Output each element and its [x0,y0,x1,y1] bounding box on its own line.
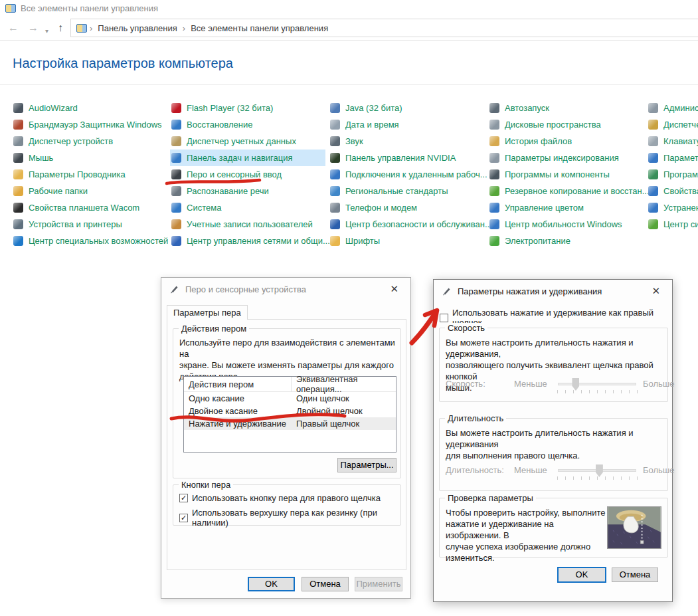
cp-item-color-management[interactable]: Управление цветом [488,199,644,216]
keyboard-icon [648,136,658,146]
hold-dialog-cancel-button[interactable]: Отмена [612,567,658,582]
hold-dialog-close-icon[interactable]: ✕ [648,284,664,298]
cp-item-label: Подключения к удаленным рабоч... [345,169,487,179]
cp-item-taskbar-navigation[interactable]: Панель задач и навигация [170,150,325,166]
cp-item-recovery[interactable]: Восстановление [170,116,325,133]
cp-item-windows-firewall[interactable]: Брандмауэр Защитника Windows [12,116,167,133]
cp-item-programs-features[interactable]: Программы и компоненты [488,166,644,183]
cp-item-label: Свойства [663,186,698,196]
sound-icon [330,136,340,146]
checkbox-label: Использовать кнопку пера для правого щел… [192,493,381,503]
cp-item-ease-of-access[interactable]: Центр специальных возможностей [12,233,167,249]
cp-item-network-sharing[interactable]: Центр управления сетями и общи... [170,233,325,249]
checkbox-box: ✓ [179,494,188,502]
speed-slider-ticks [557,390,638,393]
cp-item-explorer-options[interactable]: Параметры Проводника [12,166,167,183]
up-arrow-icon[interactable]: ↑ [58,21,63,35]
cp-item-storage-spaces[interactable]: Дисковые пространства [488,116,644,133]
cp-item-troubleshooting[interactable]: Устранени [647,199,698,216]
press-hold-test-image[interactable] [607,506,661,549]
window-titlebar[interactable]: Все элементы панели управления [0,0,698,16]
cp-item-phone-modem[interactable]: Телефон и модем [329,199,484,216]
cp-item-file-history[interactable]: История файлов [488,133,644,150]
cp-item-label: Учетные записи пользователей [187,219,313,229]
pen-checkbox-1[interactable]: ✓Использовать верхушку пера как резинку … [179,508,400,528]
cp-item-label: Диспетчер устройств [29,136,113,146]
pen-actions-table: Действия перомЭквивалентная операция...О… [183,376,396,453]
cp-item-sync-center[interactable]: Центр син [647,216,698,233]
cp-item-credential-manager[interactable]: Диспетчер учетных данных [170,133,325,150]
control-panel-items-grid: AudioWizardБрандмауэр Защитника WindowsД… [0,100,698,259]
cp-item-autoplay[interactable]: Автозапуск [488,100,644,116]
cp-item-region[interactable]: Региональные стандарты [329,183,484,199]
cp-item-power-options[interactable]: Электропитание [488,233,644,249]
checkbox-label: Использовать верхушку пера как резинку (… [192,508,400,528]
cp-item-wacom-tablet[interactable]: Свойства планшета Wacom [12,199,167,216]
cp-item-system[interactable]: Система [170,199,325,216]
pen-dialog-close-icon[interactable]: ✕ [386,282,402,296]
speed-group: Скорость Вы можете настроить длительност… [439,328,668,402]
pen-icon [169,284,179,294]
cp-item-speech-recognition[interactable]: Распознавание речи [170,183,325,199]
cp-item-label: Диспетчер учетных данных [187,136,296,146]
address-control-panel-icon [76,24,87,33]
mobility-center-icon [489,219,499,229]
cp-item-administrative-tools[interactable]: Админист [647,100,698,116]
forward-arrow-icon[interactable]: → [28,21,39,35]
cp-item-date-time[interactable]: Дата и время [329,116,484,133]
cp-item-mouse[interactable]: Мышь [12,150,167,166]
cp-item-sound[interactable]: Звук [329,133,484,150]
cp-item-audio-wizard[interactable]: AudioWizard [12,100,167,116]
pen-table-row[interactable]: Двойное касаниеДвойной щелчок [184,405,396,417]
pen-dialog-ok-button[interactable]: OK [248,577,295,591]
address-bar[interactable]: › Панель управления›Все элементы панели … [70,19,698,37]
cp-item-pen-settings[interactable]: Параметр [647,150,698,166]
cp-item-remote-desktop[interactable]: Подключения к удаленным рабоч... [329,166,484,183]
cp-item-fonts[interactable]: Шрифты [329,233,484,249]
cp-item-keyboard[interactable]: Клавиатур [647,133,698,150]
cp-item-default-programs[interactable]: Программ [647,166,698,183]
cp-item-device-manager[interactable]: Диспетчер устройств [12,133,167,150]
cp-item-label: Параметр [663,153,698,163]
region-icon [330,186,340,196]
cp-item-audio-manager[interactable]: Диспетче [647,116,698,133]
cp-item-nvidia-panel[interactable]: Панель управления NVIDIA [329,150,484,166]
cp-item-label: Электропитание [505,236,570,246]
pen-dialog-titlebar[interactable]: Перо и сенсорные устройства ✕ [161,278,410,300]
hold-dialog-titlebar[interactable]: Параметры нажатия и удерживания ✕ [434,280,672,302]
cp-item-java[interactable]: Java (32 бита) [329,100,484,116]
cp-item-security-maintenance[interactable]: Центр безопасности и обслуживан... [329,216,484,233]
pen-action-cell: Нажатие и удерживание [184,419,292,429]
troubleshooting-icon [648,203,658,213]
pen-dialog-cancel-button[interactable]: Отмена [302,577,349,591]
cp-item-devices-printers[interactable]: Устройства и принтеры [12,216,167,233]
pen-dialog-apply-button: Применить [355,577,402,591]
pen-action-settings-button[interactable]: Параметры... [337,458,396,472]
cp-item-label: Клавиатур [663,136,698,146]
cp-item-flash-player[interactable]: Flash Player (32 бита) [170,100,325,116]
history-chevron-icon[interactable]: ▾ [45,24,48,39]
pen-table-row[interactable]: Одно касаниеОдин щелчок [184,392,396,405]
cp-item-label: Шрифты [345,236,380,246]
cp-item-work-folders[interactable]: Рабочие папки [12,183,167,199]
breadcrumb-segment[interactable]: Все элементы панели управления [188,23,331,33]
cp-item-backup-restore[interactable]: Резервное копирование и восстан... [488,183,644,199]
cp-item-pen-touch[interactable]: Перо и сенсорный ввод [170,166,325,183]
cp-item-user-accounts[interactable]: Учетные записи пользователей [170,216,325,233]
pen-table-row[interactable]: Нажатие и удерживаниеПравый щелчок [184,417,396,430]
breadcrumb-segment[interactable]: Панель управления [95,23,179,33]
cp-item-mobility-center[interactable]: Центр мобильности Windows [488,216,644,233]
cp-item-internet-properties[interactable]: Свойства [647,183,698,199]
pen-table-header-action[interactable]: Действия пером [184,377,292,391]
pen-table-header[interactable]: Действия перомЭквивалентная операция... [184,377,396,392]
window-title: Все элементы панели управления [21,3,158,13]
cp-item-indexing-options[interactable]: Параметры индексирования [488,150,644,166]
file-history-icon [489,136,499,146]
tab-pen-options[interactable]: Параметры пера [167,305,248,320]
back-arrow-icon[interactable]: ← [8,21,19,35]
checkbox-box: ✓ [179,514,188,522]
pen-checkbox-0[interactable]: ✓Использовать кнопку пера для правого ще… [179,493,381,503]
control-panel-icon [5,4,16,13]
pen-table-header-operation[interactable]: Эквивалентная операция... [292,374,396,394]
hold-dialog-ok-button[interactable]: OK [557,567,606,583]
